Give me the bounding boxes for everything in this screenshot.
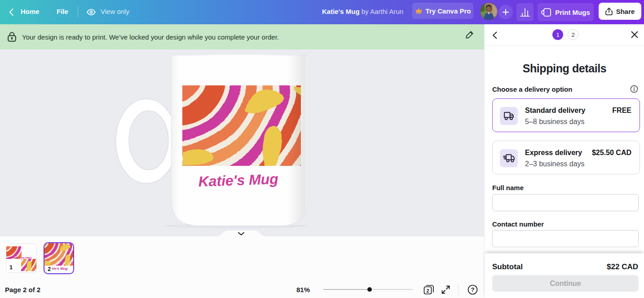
svg-text:2: 2 [426,288,429,294]
svg-text:?: ? [471,286,475,293]
